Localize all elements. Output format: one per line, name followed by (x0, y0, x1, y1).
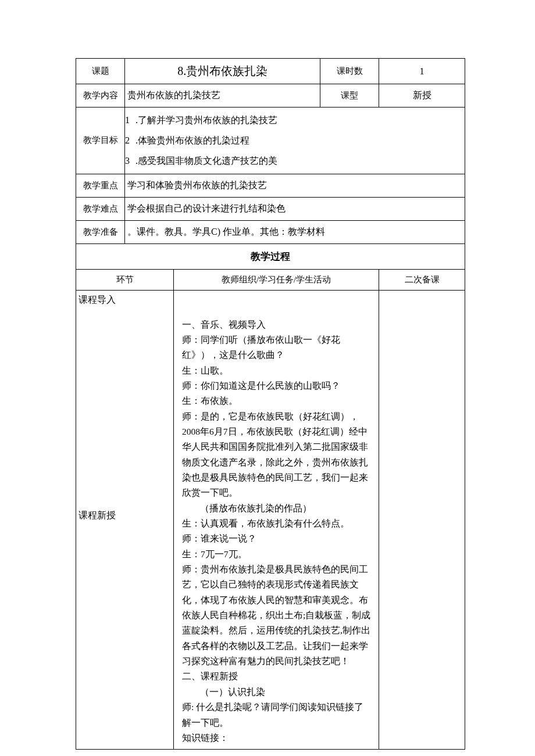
value-difficulty: 学会根据自己的设计来进行扎结和染色 (125, 197, 465, 220)
value-content: 贵州布依族的扎染技艺 (125, 84, 320, 108)
lesson-plan-table: 课题 8.贵州布依族扎染 课时数 1 教学内容 贵州布依族的扎染技艺 课型 新授… (76, 58, 465, 750)
label-goals: 教学目标 (76, 108, 125, 174)
label-hours: 课时数 (320, 59, 379, 84)
value-type: 新授 (379, 84, 465, 108)
body-line-14: 知识链接： (182, 730, 373, 746)
value-keypoint: 学习和体验贵州布依族的扎染技艺 (125, 174, 465, 197)
body-line-2: 生：山歌。 (182, 363, 373, 378)
body-line-4: 生：布依族。 (182, 393, 373, 409)
body-line-12: （一）认识扎染 (182, 685, 373, 700)
segment-new: 课程新授 (79, 510, 171, 522)
label-keypoint: 教学重点 (76, 174, 125, 197)
body-line-0: 一、音乐、视频导入 (182, 317, 373, 332)
secondary-column (379, 290, 465, 750)
label-prep: 教学准备 (76, 220, 125, 243)
label-content: 教学内容 (76, 84, 125, 108)
goal-num-3: 3 (125, 151, 135, 171)
label-secondary: 二次备课 (379, 269, 465, 290)
row-body: 课程导入 课程新授 一、音乐、视频导入 师：同学们听（播放布依山歌一《好花红》）… (76, 290, 465, 750)
row-goals: 教学目标 1 .了解并学习贵州布依族的扎染技艺 2 .体验贵州布依族的扎染过程 … (76, 108, 465, 174)
row-topic: 课题 8.贵州布依族扎染 课时数 1 (76, 59, 465, 84)
row-content: 教学内容 贵州布依族的扎染技艺 课型 新授 (76, 84, 465, 108)
row-prep: 教学准备 。课件。教具。学具C) 作业单。其他：教学材料 (76, 220, 465, 243)
label-topic: 课题 (76, 59, 125, 84)
body-line-13: 师: 什么是扎染呢？请同学们阅读知识链接了解一下吧。 (182, 700, 373, 730)
body-line-10: 师：贵州布依族扎染是极具民族特色的民间工艺，它以自己独特的表现形式传递着民族文化… (182, 562, 373, 669)
body-line-6: （播放布依族扎染的作品） (182, 501, 373, 516)
goal-num-1: 1 (125, 110, 135, 130)
body-line-1: 师：同学们听（播放布依山歌一《好花红》），这是什么歌曲？ (182, 332, 373, 363)
goal-num-2: 2 (125, 130, 135, 151)
row-difficulty: 教学难点 学会根据自己的设计来进行扎结和染色 (76, 197, 465, 220)
label-difficulty: 教学难点 (76, 197, 125, 220)
goal-text-3: .感受我国非物质文化遗产技艺的美 (135, 151, 277, 171)
goal-text-2: .体验贵州布依族的扎染过程 (135, 130, 249, 151)
value-prep: 。课件。教具。学具C) 作业单。其他：教学材料 (125, 220, 465, 243)
row-process-columns: 环节 教师组织/学习任务/学生活动 二次备课 (76, 269, 465, 290)
body-line-9: 生：7兀一7兀。 (182, 547, 373, 562)
value-topic: 8.贵州布依族扎染 (125, 59, 320, 84)
row-process-header: 教学过程 (76, 243, 465, 269)
body-line-11: 二、课程新授 (182, 669, 373, 684)
label-activities: 教师组织/学习任务/学生活动 (174, 269, 379, 290)
body-line-3: 师：你们知道这是什么民族的山歌吗？ (182, 378, 373, 393)
body-line-5: 师：是的，它是布依族民歌（好花红调），2008年6月7日，布依族民歌（好花红调）… (182, 409, 373, 501)
row-keypoint: 教学重点 学习和体验贵州布依族的扎染技艺 (76, 174, 465, 197)
activities-column: 一、音乐、视频导入 师：同学们听（播放布依山歌一《好花红》），这是什么歌曲？ 生… (174, 290, 379, 750)
label-segment: 环节 (76, 269, 174, 290)
segment-column: 课程导入 课程新授 (76, 290, 174, 750)
goal-text-1: .了解并学习贵州布依族的扎染技艺 (135, 110, 277, 130)
body-line-8: 师：谁来说一说？ (182, 531, 373, 546)
label-type: 课型 (320, 84, 379, 108)
value-hours: 1 (379, 59, 465, 84)
process-header: 教学过程 (76, 243, 465, 269)
segment-intro: 课程导入 (79, 294, 171, 306)
body-line-7: 生：认真观看，布依族扎染有什么特点。 (182, 516, 373, 531)
value-goals: 1 .了解并学习贵州布依族的扎染技艺 2 .体验贵州布依族的扎染过程 3 .感受… (125, 108, 465, 174)
